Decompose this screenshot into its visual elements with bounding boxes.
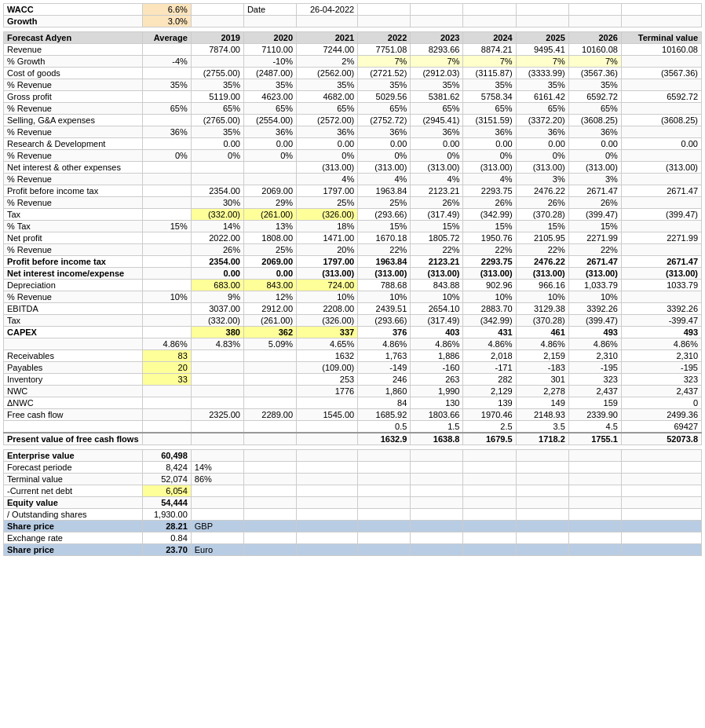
equity-value-row: Equity value 54,444	[4, 497, 702, 509]
wacc-row: WACC 6.6% Date 26-04-2022	[4, 4, 702, 16]
table-row: % Revenue35%35%35%35%35%35%35%35%35%	[4, 79, 702, 91]
table-row: Tax(332.00)(261.00)(326.00)(293.66)(317.…	[4, 209, 702, 221]
forecast-periode-row: Forecast periode 8,424 14%	[4, 462, 702, 474]
terminal-value-row: Terminal value 52,074 86%	[4, 474, 702, 485]
growth-row: Growth 3.0%	[4, 16, 702, 27]
table-row: Depreciation683.00843.00724.00788.68843.…	[4, 280, 702, 291]
table-row: Present value of free cash flows1632.916…	[4, 433, 702, 445]
equity-value-value: 54,444	[142, 497, 191, 509]
col-2024: 2024	[463, 32, 516, 44]
table-row: % Revenue30%29%25%25%26%26%26%26%	[4, 197, 702, 209]
share-price-gbp-row: Share price 28.21 GBP	[4, 521, 702, 532]
enterprise-value-value: 60,498	[142, 450, 191, 462]
exchange-rate-row: Exchange rate 0.84	[4, 532, 702, 544]
table-row: Profit before income tax2354.002069.0017…	[4, 185, 702, 197]
table-row: Revenue7874.007110.007244.007751.088293.…	[4, 44, 702, 56]
col-average: Average	[142, 32, 191, 44]
table-row: Research & Development0.000.000.000.000.…	[4, 138, 702, 150]
table-row: ΔNWC841301391491590	[4, 397, 702, 409]
date-value: 26-04-2022	[297, 4, 358, 16]
current-net-debt-value: 6,054	[142, 485, 191, 497]
share-price-euro-label: Share price	[4, 544, 143, 556]
table-row: NWC17761,8601,9902,1292,2782,4372,437	[4, 386, 702, 397]
table-row: Tax(332.00)(261.00)(326.00)(293.66)(317.…	[4, 315, 702, 327]
current-net-debt-row: -Current net debt 6,054	[4, 485, 702, 497]
col-terminal: Terminal value	[621, 32, 701, 44]
table-row: % Revenue26%25%20%22%22%22%22%22%	[4, 244, 702, 256]
table-row: % Revenue4%4%4%4%3%3%	[4, 174, 702, 185]
table-row: Cost of goods(2755.00)(2487.00)(2562.00)…	[4, 68, 702, 79]
col-2022: 2022	[358, 32, 411, 44]
col-2019: 2019	[191, 32, 243, 44]
table-row: 0.51.52.53.54.569427	[4, 421, 702, 434]
outstanding-shares-row: / Outstanding shares 1,930.00	[4, 509, 702, 521]
table-row: Selling, G&A expenses(2765.00)(2554.00)(…	[4, 115, 702, 126]
terminal-value-value: 52,074	[142, 474, 191, 485]
table-row: Net interest income/expense0.000.00(313.…	[4, 268, 702, 280]
col-2025: 2025	[516, 32, 568, 44]
outstanding-shares-label: / Outstanding shares	[4, 509, 143, 521]
table-row: Gross profit5119.004623.004682.005029.56…	[4, 91, 702, 103]
wacc-label: WACC	[4, 4, 143, 16]
equity-value-label: Equity value	[4, 497, 143, 509]
forecast-periode-label: Forecast periode	[4, 462, 143, 474]
current-net-debt-label: -Current net debt	[4, 485, 143, 497]
table-row: % Revenue0%0%0%0%0%0%0%0%0%	[4, 150, 702, 162]
share-price-gbp-label: Share price	[4, 521, 143, 532]
enterprise-value-label: Enterprise value	[4, 450, 143, 462]
table-row: Free cash flow2325.002289.001545.001685.…	[4, 409, 702, 421]
column-header-row: Forecast Adyen Average 2019 2020 2021 20…	[4, 32, 702, 44]
table-row: Payables20(109.00)-149-160-171-183-195-1…	[4, 362, 702, 374]
table-row: % Tax15%14%13%18%15%15%15%15%15%	[4, 221, 702, 232]
col-2026: 2026	[568, 32, 621, 44]
enterprise-value-row: Enterprise value 60,498	[4, 450, 702, 462]
col-2023: 2023	[411, 32, 463, 44]
forecast-periode-pct: 14%	[191, 462, 243, 474]
summary-body: Enterprise value 60,498 Forecast periode…	[4, 445, 702, 556]
exchange-rate-label: Exchange rate	[4, 532, 143, 544]
exchange-rate-value: 0.84	[142, 532, 191, 544]
col-forecast-adyen: Forecast Adyen	[4, 32, 143, 44]
growth-value: 3.0%	[142, 16, 191, 27]
table-row: Receivables8316321,7631,8862,0182,1592,3…	[4, 350, 702, 362]
table-row: 4.86%4.83%5.09%4.65%4.86%4.86%4.86%4.86%…	[4, 338, 702, 350]
table-row: Profit before income tax2354.002069.0017…	[4, 256, 702, 268]
table-row: Net profit2022.001808.001471.001670.1818…	[4, 232, 702, 244]
share-price-euro-currency: Euro	[191, 544, 243, 556]
outstanding-shares-value: 1,930.00	[142, 509, 191, 521]
date-label: Date	[243, 4, 296, 16]
table-row: % Growth-4%-10%2%7%7%7%7%7%	[4, 56, 702, 68]
table-row: % Revenue10%9%12%10%10%10%10%10%10%	[4, 291, 702, 303]
table-row: EBITDA3037.002912.002208.002439.512654.1…	[4, 303, 702, 315]
table-row: % Revenue36%35%36%36%36%36%36%36%36%	[4, 126, 702, 138]
table-row: CAPEX380362337376403431461493493	[4, 327, 702, 338]
growth-label: Growth	[4, 16, 143, 27]
share-price-euro-row: Share price 23.70 Euro	[4, 544, 702, 556]
data-body: Revenue7874.007110.007244.007751.088293.…	[4, 44, 702, 445]
wacc-value: 6.6%	[142, 4, 191, 16]
terminal-value-label: Terminal value	[4, 474, 143, 485]
share-price-euro-value: 23.70	[142, 544, 191, 556]
col-2021: 2021	[297, 32, 358, 44]
main-table: WACC 6.6% Date 26-04-2022 Growth 3.0% Fo…	[3, 3, 702, 556]
terminal-value-pct: 86%	[191, 474, 243, 485]
share-price-gbp-currency: GBP	[191, 521, 243, 532]
table-row: Inventory33253246263282301323323	[4, 374, 702, 386]
col-2020: 2020	[243, 32, 296, 44]
forecast-periode-value: 8,424	[142, 462, 191, 474]
table-row: Net interest & other expenses(313.00)(31…	[4, 162, 702, 174]
share-price-gbp-value: 28.21	[142, 521, 191, 532]
table-row: % Revenue65%65%65%65%65%65%65%65%65%	[4, 103, 702, 115]
